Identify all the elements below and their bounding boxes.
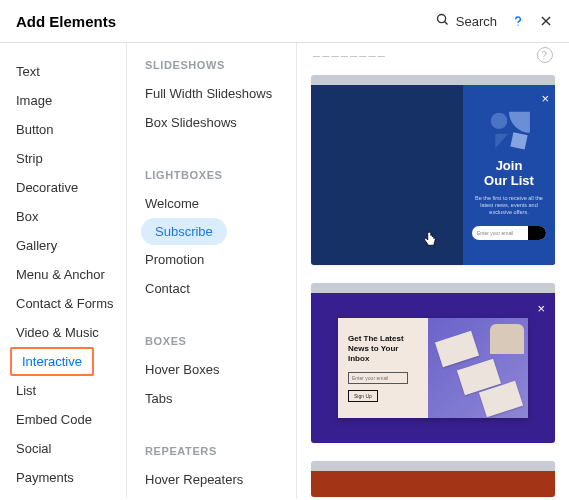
svg-point-0: [437, 15, 445, 23]
lightbox-preview-3[interactable]: [311, 461, 555, 497]
subnav-hover-boxes[interactable]: Hover Boxes: [141, 355, 286, 384]
subnav-promotion[interactable]: Promotion: [141, 245, 286, 274]
nav-item-social[interactable]: Social: [16, 434, 51, 463]
search-icon: [435, 12, 450, 30]
preview-2-body: × Get The Latest News to Your Inbox Ente…: [311, 293, 555, 443]
nav-item-box[interactable]: Box: [16, 202, 38, 231]
preview-3-body: [311, 471, 555, 497]
preview-2-image-side: [428, 318, 528, 418]
nav-item-embed-code[interactable]: Embed Code: [16, 405, 92, 434]
preview-browser-bar: [311, 283, 555, 293]
nav-item-contact-forms[interactable]: Contact & Forms: [16, 289, 114, 318]
close-icon: ×: [541, 91, 549, 106]
truncated-heading: ––––––––: [313, 48, 387, 63]
close-icon: ×: [537, 301, 545, 316]
search-label: Search: [456, 14, 497, 29]
group-label-repeaters: REPEATERS: [145, 445, 286, 457]
group-label-slideshows: SLIDESHOWS: [145, 59, 286, 71]
abstract-shapes-icon: [486, 110, 532, 150]
nav-item-decorative[interactable]: Decorative: [16, 173, 78, 202]
nav-item-list[interactable]: List: [16, 376, 36, 405]
hands-icon: [490, 324, 524, 354]
nav-item-payments[interactable]: Payments: [16, 463, 74, 492]
preview-1-subtitle: Be the first to receive all the latest n…: [469, 195, 549, 216]
subnav-subscribe[interactable]: Subscribe: [141, 218, 227, 245]
header-actions: Search: [435, 12, 553, 30]
cursor-hand-icon: [421, 229, 439, 251]
lightbox-preview-1[interactable]: × Join Our List Be the first to receive …: [311, 75, 555, 265]
group-label-lightboxes: LIGHTBOXES: [145, 169, 286, 181]
panel-title: Add Elements: [16, 13, 116, 30]
preview-1-body: × Join Our List Be the first to receive …: [311, 85, 555, 265]
preview-column: –––––––– ? ×: [297, 43, 569, 498]
group-label-boxes: BOXES: [145, 335, 286, 347]
svg-line-1: [444, 22, 447, 25]
panel-body: Text Image Button Strip Decorative Box G…: [0, 43, 569, 498]
help-button[interactable]: [511, 14, 525, 28]
panel-header: Add Elements Search: [0, 0, 569, 43]
nav-item-interactive[interactable]: Interactive: [10, 347, 94, 376]
preview-2-card: Get The Latest News to Your Inbox Enter …: [338, 318, 528, 418]
subnav-tabs[interactable]: Tabs: [141, 384, 286, 413]
subnav-hover-repeaters[interactable]: Hover Repeaters: [141, 465, 286, 494]
svg-point-5: [491, 112, 507, 128]
close-button[interactable]: [539, 14, 553, 28]
preview-1-input-placeholder: Enter your email: [472, 226, 528, 240]
nav-item-gallery[interactable]: Gallery: [16, 231, 57, 260]
subnav-box-slideshows[interactable]: Box Slideshows: [141, 108, 286, 137]
preview-browser-bar: [311, 461, 555, 471]
subnav-welcome[interactable]: Welcome: [141, 189, 286, 218]
nav-item-image[interactable]: Image: [16, 86, 52, 115]
envelope-icon: [435, 331, 479, 367]
preview-2-signup-button: Sign Up: [348, 390, 378, 402]
preview-2-title: Get The Latest News to Your Inbox: [348, 334, 418, 364]
preview-1-submit-button: [528, 226, 546, 240]
preview-browser-bar: [311, 75, 555, 85]
svg-rect-6: [510, 132, 527, 149]
truncated-heading-row: –––––––– ?: [311, 43, 555, 75]
lightbox-preview-2[interactable]: × Get The Latest News to Your Inbox Ente…: [311, 283, 555, 443]
preview-2-email-input: Enter your email: [348, 372, 408, 384]
subnav-full-width-slideshows[interactable]: Full Width Slideshows: [141, 79, 286, 108]
search-button[interactable]: Search: [435, 12, 497, 30]
preview-2-text-side: Get The Latest News to Your Inbox Enter …: [338, 318, 428, 418]
preview-1-panel: × Join Our List Be the first to receive …: [463, 85, 555, 265]
subnav-contact[interactable]: Contact: [141, 274, 286, 303]
nav-item-strip[interactable]: Strip: [16, 144, 43, 173]
preview-1-backdrop: [311, 85, 463, 265]
svg-point-2: [517, 24, 518, 25]
nav-item-content-manager[interactable]: Content Manager: [16, 492, 116, 498]
nav-item-text[interactable]: Text: [16, 57, 40, 86]
nav-item-video-music[interactable]: Video & Music: [16, 318, 99, 347]
preview-1-title: Join Our List: [484, 158, 534, 189]
secondary-nav: SLIDESHOWS Full Width Slideshows Box Sli…: [127, 43, 297, 498]
info-icon[interactable]: ?: [537, 47, 553, 63]
nav-item-button[interactable]: Button: [16, 115, 54, 144]
preview-1-email-input: Enter your email: [472, 226, 546, 240]
nav-item-menu-anchor[interactable]: Menu & Anchor: [16, 260, 105, 289]
primary-nav: Text Image Button Strip Decorative Box G…: [0, 43, 127, 498]
